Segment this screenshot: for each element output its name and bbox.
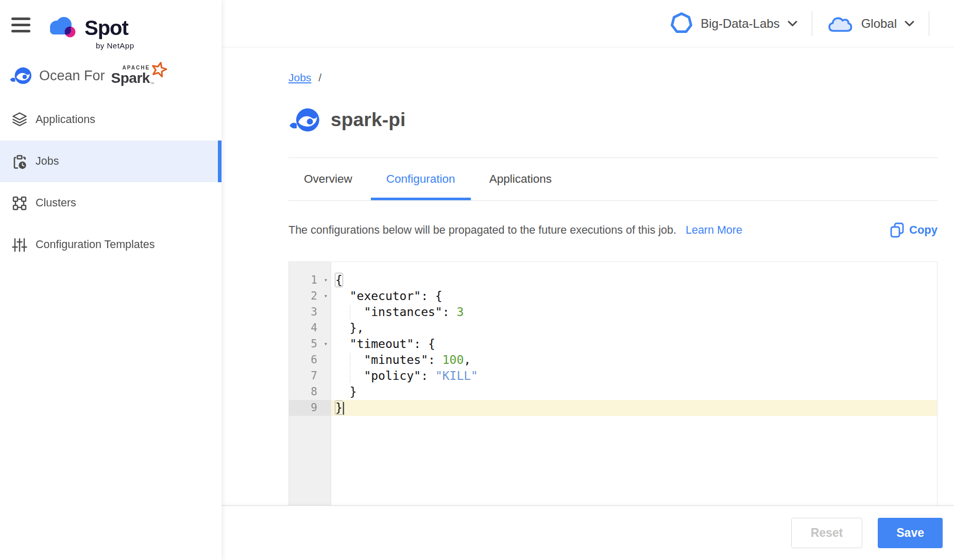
copy-icon xyxy=(890,222,904,238)
spot-cloud-icon xyxy=(46,15,78,40)
code-token-plain: "executor": { xyxy=(335,289,442,303)
heptagon-icon xyxy=(670,12,693,36)
spark-star-icon xyxy=(150,60,168,78)
gutter-line-number: 1▾ xyxy=(289,272,331,288)
apache-label: APACHE xyxy=(123,65,150,71)
gutter-line-number: 5▾ xyxy=(289,336,331,352)
header-divider xyxy=(812,11,812,36)
footer-action-bar: Reset Save xyxy=(222,505,954,560)
breadcrumb-separator: / xyxy=(318,72,321,83)
copy-button[interactable]: Copy xyxy=(890,222,938,238)
cloud-icon xyxy=(827,14,854,33)
code-token-plain: , xyxy=(464,353,471,366)
sidebar-item-configuration-templates[interactable]: Configuration Templates xyxy=(0,224,222,266)
code-token-plain: } xyxy=(335,385,357,398)
organization-name: Big-Data-Labs xyxy=(701,16,779,31)
product-prefix: Ocean For xyxy=(39,68,105,84)
gutter-line-number: 3 xyxy=(289,304,331,320)
code-line: }, xyxy=(331,320,937,336)
sidebar-nav: Applications Jobs xyxy=(0,99,222,266)
code-line: } xyxy=(331,400,937,416)
fold-toggle-icon[interactable]: ▾ xyxy=(324,336,328,352)
top-header: Big-Data-Labs Global xyxy=(222,0,954,47)
fold-toggle-icon[interactable]: ▾ xyxy=(324,272,328,288)
app-root: Spot by NetApp Ocean For APACHE Spark™ xyxy=(0,0,954,560)
spark-trademark: ™ xyxy=(150,81,155,86)
indent-guide xyxy=(350,369,350,383)
sidebar-item-label: Jobs xyxy=(36,155,59,168)
save-button[interactable]: Save xyxy=(878,518,943,548)
code-token-string: "KILL" xyxy=(435,369,478,382)
sidebar-item-label: Configuration Templates xyxy=(36,238,155,251)
brand-byline: by NetApp xyxy=(96,41,134,50)
sidebar-item-label: Clusters xyxy=(36,197,76,209)
hamburger-menu-icon[interactable] xyxy=(11,18,31,36)
code-token-number: 3 xyxy=(456,305,464,319)
config-description-row: The configurations below will be propaga… xyxy=(288,221,938,239)
code-token-number: 100 xyxy=(442,353,464,366)
gutter-line-number: 7 xyxy=(289,368,331,384)
code-line: "minutes": 100, xyxy=(331,352,937,368)
editor-gutter: 1▾2▾345▾6789 xyxy=(289,262,331,505)
region-name: Global xyxy=(861,16,897,31)
chevron-down-icon xyxy=(788,21,797,27)
indent-guide xyxy=(350,305,350,319)
sidebar-item-clusters[interactable]: Clusters xyxy=(0,182,222,224)
sidebar-item-jobs[interactable]: Jobs xyxy=(0,141,222,182)
sidebar-item-applications[interactable]: Applications xyxy=(0,99,222,141)
sliders-icon xyxy=(11,236,28,254)
tab-applications[interactable]: Applications xyxy=(474,158,567,200)
spot-logo[interactable]: Spot by NetApp xyxy=(46,15,134,50)
gutter-line-number: 2▾ xyxy=(289,288,331,304)
code-line: "policy": "KILL" xyxy=(331,368,937,384)
clipboard-clock-icon xyxy=(11,153,28,170)
header-divider xyxy=(929,11,929,36)
title-row: spark-pi xyxy=(288,101,938,139)
region-dropdown[interactable]: Global xyxy=(827,14,914,33)
apache-spark-logo: APACHE Spark™ xyxy=(111,70,155,86)
page-content: Jobs / spark-pi Overview Configuration xyxy=(222,47,954,505)
code-line: "timeout": { xyxy=(331,336,937,352)
layers-icon xyxy=(11,111,28,129)
fold-toggle-icon[interactable]: ▾ xyxy=(324,288,328,304)
gutter-line-number: 4 xyxy=(289,320,331,336)
brand-name: Spot xyxy=(84,18,128,38)
product-ocean-for-spark[interactable]: Ocean For APACHE Spark™ xyxy=(0,58,222,94)
code-token-plain: }, xyxy=(335,321,364,335)
organization-dropdown[interactable]: Big-Data-Labs xyxy=(670,12,797,36)
job-wave-icon xyxy=(288,106,321,134)
config-description: The configurations below will be propaga… xyxy=(288,224,676,237)
breadcrumb-jobs-link[interactable]: Jobs xyxy=(288,72,311,83)
copy-label: Copy xyxy=(909,223,938,237)
sidebar-header: Spot by NetApp xyxy=(0,0,222,58)
code-line: "executor": { xyxy=(331,288,937,304)
code-token-plain: "policy": xyxy=(335,369,435,382)
ocean-wave-icon xyxy=(9,65,33,86)
code-token-match: { xyxy=(335,273,343,287)
gutter-line-number: 6 xyxy=(289,352,331,368)
main-column: Big-Data-Labs Global xyxy=(222,0,954,560)
code-line: "instances": 3 xyxy=(331,304,937,320)
spark-wordmark: Spark xyxy=(111,70,150,86)
tab-configuration[interactable]: Configuration xyxy=(371,158,471,200)
tab-overview[interactable]: Overview xyxy=(288,158,368,200)
cluster-nodes-icon xyxy=(11,195,28,212)
code-token-plain: "minutes": xyxy=(335,353,442,366)
page-title: spark-pi xyxy=(331,109,406,131)
learn-more-link[interactable]: Learn More xyxy=(686,224,742,237)
code-line: } xyxy=(331,384,937,400)
breadcrumb: Jobs / xyxy=(288,70,938,85)
code-token-plain: "instances": xyxy=(335,305,456,319)
code-lines[interactable]: { "executor": { "instances": 3 }, "timeo… xyxy=(331,262,937,505)
gutter-line-number: 8 xyxy=(289,384,331,400)
indent-guide xyxy=(350,353,350,367)
code-line: { xyxy=(331,272,937,288)
tab-bar: Overview Configuration Applications xyxy=(288,157,938,201)
code-token-match: } xyxy=(335,400,343,415)
text-cursor xyxy=(343,402,344,415)
json-config-editor[interactable]: 1▾2▾345▾6789 { "executor": { "instances"… xyxy=(288,261,938,505)
chevron-down-icon xyxy=(905,21,914,27)
sidebar: Spot by NetApp Ocean For APACHE Spark™ xyxy=(0,0,222,560)
reset-button[interactable]: Reset xyxy=(791,518,863,548)
sidebar-item-label: Applications xyxy=(36,113,95,126)
